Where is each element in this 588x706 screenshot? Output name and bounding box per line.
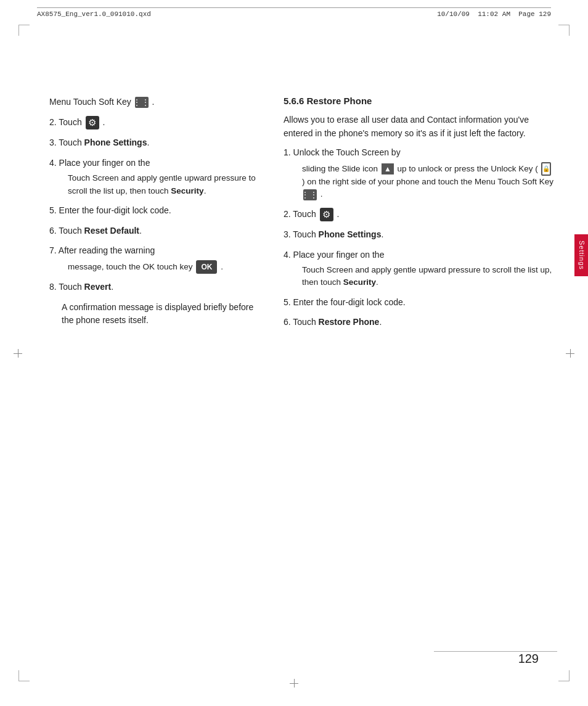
header-filename: AX8575_Eng_ver1.0_091010.qxd xyxy=(37,10,151,18)
ok-button-icon: OK xyxy=(196,260,217,274)
left-confirmation: A confirmation message is displayed brie… xyxy=(62,301,259,327)
left-step-3: 3. Touch Phone Settings. xyxy=(49,136,259,150)
corner-mark-tr xyxy=(558,25,570,36)
left-step-4: 4. Place your finger on the Touch Screen… xyxy=(49,157,259,197)
bottom-divider xyxy=(434,651,557,652)
center-mark-right xyxy=(566,349,574,358)
right-column: 5.6.6 Restore Phone Allows you to erase … xyxy=(284,96,555,336)
left-step-7: 7. After reading the warning message, to… xyxy=(49,244,259,274)
center-mark-left xyxy=(14,349,22,358)
right-step-6: 6. Touch Restore Phone. xyxy=(284,316,555,329)
right-step-1: 1. Unlock the Touch Screen by sliding th… xyxy=(284,146,555,200)
left-intro-step: Menu Touch Soft Key . xyxy=(49,96,259,109)
left-step-2: 2. Touch . xyxy=(49,116,259,129)
left-step-5: 5. Enter the four-digit lock code. xyxy=(49,204,259,218)
bottom-cross xyxy=(290,679,298,688)
corner-mark-br xyxy=(558,670,570,681)
gear-icon-right-2 xyxy=(320,208,333,221)
section-title: 5.6.6 Restore Phone xyxy=(284,96,555,106)
right-step-3: 3. Touch Phone Settings. xyxy=(284,228,555,242)
right-step-5: 5. Enter the four-digit lock code. xyxy=(284,296,555,310)
right-step-2: 2. Touch . xyxy=(284,208,555,221)
menu-icon-left-intro xyxy=(135,97,149,108)
left-column: Menu Touch Soft Key . 2. Touch . 3. Touc… xyxy=(49,96,259,334)
left-step-6: 6. Touch Reset Default. xyxy=(49,224,259,238)
page-container: AX8575_Eng_ver1.0_091010.qxd 10/10/09 11… xyxy=(0,0,588,706)
corner-mark-tl xyxy=(18,25,30,36)
left-intro-text: Menu Touch Soft Key xyxy=(49,97,134,107)
corner-mark-bl xyxy=(18,670,30,681)
unlock-key-icon: 🔒 xyxy=(541,162,551,176)
right-intro: Allows you to erase all user data and Co… xyxy=(284,113,555,140)
header-bar: AX8575_Eng_ver1.0_091010.qxd 10/10/09 11… xyxy=(37,7,551,18)
page-number: 129 xyxy=(518,652,539,666)
left-step-8: 8. Touch Revert. xyxy=(49,281,259,294)
header-date-time: 10/10/09 11:02 AM Page 129 xyxy=(437,10,551,18)
settings-tab: Settings xyxy=(574,234,588,276)
arrow-up-icon xyxy=(382,163,394,174)
menu-icon-right-1 xyxy=(303,189,317,200)
right-step-4: 4. Place your finger on the Touch Screen… xyxy=(284,248,555,289)
gear-icon-left-2 xyxy=(86,116,99,129)
